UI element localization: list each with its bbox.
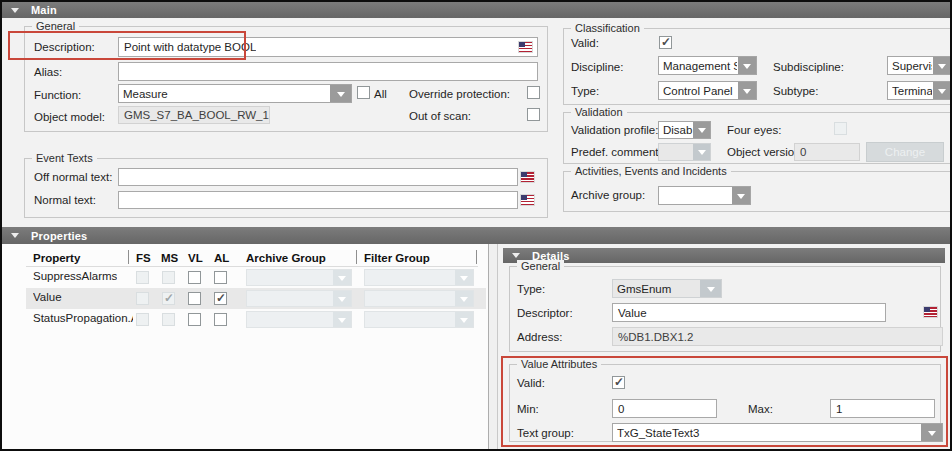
min-label: Min: [517,403,539,415]
dropdown-arrow-icon[interactable] [732,187,750,204]
properties-scrollbar[interactable] [488,244,498,449]
activities-legend: Activities, Events and Incidents [571,165,731,177]
all-checkbox[interactable] [357,86,370,99]
dropdown-arrow-icon[interactable] [933,82,951,99]
details-section-header[interactable]: Details [503,248,945,263]
max-input[interactable]: 1 [830,399,935,418]
normal-text-input[interactable] [118,191,518,209]
type-value: Control Panel [663,85,737,97]
column-header-ms[interactable]: MS [161,252,178,264]
table-row[interactable]: StatusPropagation.Aggregat [26,309,486,330]
function-dropdown[interactable]: Measure [118,84,352,103]
validation-legend: Validation [571,106,627,118]
dropdown-arrow-icon[interactable] [693,122,710,138]
subtype-dropdown[interactable]: Terminal [887,81,952,100]
column-header-property[interactable]: Property [33,252,80,264]
archive-group-dropdown[interactable] [658,186,751,205]
vl-checkbox[interactable] [188,271,201,284]
al-checkbox[interactable] [214,292,227,305]
language-us-flag-icon [924,307,937,317]
descriptor-input[interactable]: Value [612,303,886,322]
predef-comments-label: Predef. comments: [571,146,668,158]
address-label: Address: [517,331,562,343]
type-label: Type: [571,85,599,97]
column-header-vl[interactable]: VL [188,252,203,264]
min-input[interactable]: 0 [612,399,717,418]
alias-label: Alias: [34,66,62,78]
details-general-legend: General [517,260,564,272]
change-button-label: Change [885,146,925,158]
type-dropdown[interactable]: Control Panel [658,81,757,100]
descriptor-label: Descriptor: [517,307,573,319]
filter-group-cell-dropdown [364,290,474,307]
collapse-triangle-icon [11,8,19,13]
four-eyes-label: Four eyes: [727,124,781,136]
collapse-triangle-icon [512,253,520,258]
ms-checkbox [162,313,175,326]
function-label: Function: [34,89,81,101]
descriptor-value: Value [618,307,647,319]
details-type-dropdown: GmsEnum [612,279,722,298]
object-model-value: GMS_S7_BA_BOOL_RW_1 [124,109,269,121]
main-section-header[interactable]: Main [2,2,950,18]
validation-profile-dropdown[interactable]: Disab [658,121,711,139]
ms-checkbox [162,292,175,305]
details-valid-checkbox[interactable] [612,376,625,389]
normal-text-label: Normal text: [34,194,96,206]
table-row[interactable]: Value [26,288,486,309]
al-checkbox[interactable] [214,313,227,326]
property-name: Value [33,291,62,303]
vl-checkbox[interactable] [188,313,201,326]
dropdown-arrow-icon[interactable] [738,57,756,74]
out-of-scan-checkbox[interactable] [527,108,540,121]
predef-comments-dropdown [658,143,711,161]
text-group-dropdown[interactable]: TxG_StateText3 [612,423,943,442]
alias-input[interactable] [118,62,538,81]
filter-group-cell-dropdown [364,269,474,286]
dropdown-arrow-icon[interactable] [921,424,942,441]
address-value: %DB1.DBX1.2 [618,331,693,343]
classification-legend: Classification [571,22,644,34]
all-label: All [374,88,387,100]
valid-checkbox[interactable] [659,36,672,49]
address-input: %DB1.DBX1.2 [612,327,943,346]
column-header-al[interactable]: AL [214,252,229,264]
object-version-label: Object version: [727,146,804,158]
validation-profile-value: Disab [663,124,693,136]
four-eyes-checkbox [834,122,847,135]
dropdown-arrow-icon [693,144,710,160]
discipline-dropdown[interactable]: Management Sys [658,56,757,75]
dropdown-arrow-icon[interactable] [738,82,756,99]
column-header-filter-group[interactable]: Filter Group [364,252,430,264]
dropdown-arrow-icon [455,270,473,285]
al-checkbox[interactable] [214,271,227,284]
point-config-window: Main General Description: Point with dat… [0,0,952,451]
filter-group-cell-dropdown [364,311,474,328]
object-version-value: 0 [800,146,806,158]
column-header-fs[interactable]: FS [136,252,151,264]
max-value: 1 [836,403,842,415]
text-group-label: Text group: [517,427,574,439]
off-normal-text-input[interactable] [118,168,518,186]
override-protection-checkbox[interactable] [527,86,540,99]
archive-group-cell-dropdown [246,269,352,286]
fs-checkbox [136,313,149,326]
language-us-flag-icon [521,195,534,205]
subdiscipline-value: Supervisio [892,60,932,72]
collapse-triangle-icon [11,233,19,238]
value-attributes-legend: Value Attributes [517,358,601,370]
table-row[interactable]: SuppressAlarms [26,267,486,288]
details-type-label: Type: [517,283,545,295]
properties-section-header[interactable]: Properties [2,227,950,244]
dropdown-arrow-icon[interactable] [933,57,951,74]
override-protection-label: Override protection: [409,88,510,100]
subdiscipline-dropdown[interactable]: Supervisio [887,56,952,75]
vl-checkbox[interactable] [188,292,201,305]
description-value: Point with datatype BOOL [124,41,256,53]
object-version-input: 0 [794,143,860,161]
column-header-archive-group[interactable]: Archive Group [246,252,326,264]
column-divider [128,250,129,264]
property-name: SuppressAlarms [33,270,117,282]
description-input[interactable]: Point with datatype BOOL [118,37,538,57]
dropdown-arrow-icon[interactable] [330,85,351,102]
